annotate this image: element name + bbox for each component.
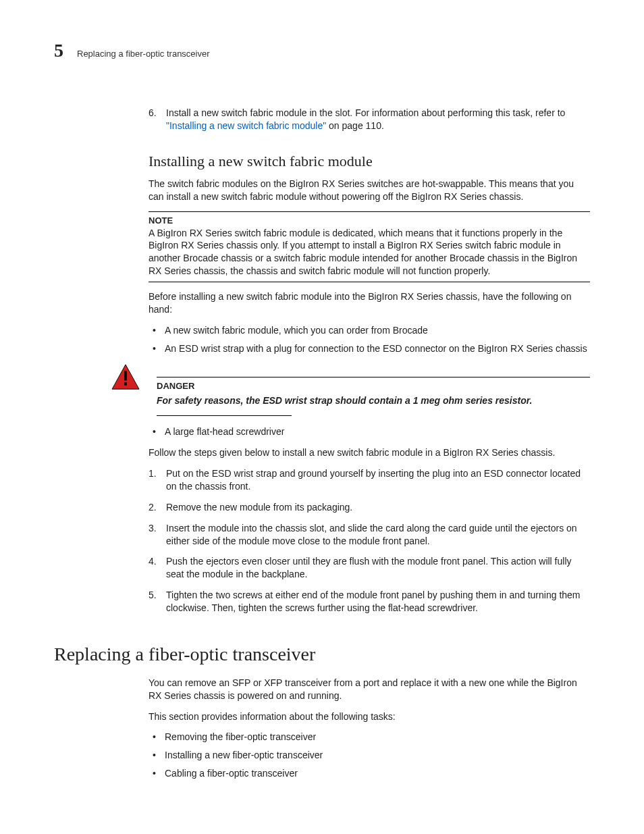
list-item: Installing a new fiber-optic transceiver	[149, 749, 590, 762]
step-item: Insert the module into the chassis slot,…	[149, 522, 590, 548]
post-bullets-list: A large flat-head screwdriver	[149, 425, 590, 438]
page: 5 Replacing a fiber-optic transceiver 6.…	[0, 0, 644, 834]
note-keyword: NOTE	[149, 215, 590, 227]
tasks-list: Removing the fiber-optic transceiver Ins…	[149, 731, 590, 780]
heading-install-module: Installing a new switch fabric module	[149, 151, 590, 172]
pre-bullets-list: A new switch fabric module, which you ca…	[149, 324, 590, 355]
step-number: 6.	[149, 107, 166, 120]
step-6-row: 6. Install a new switch fabric module in…	[149, 107, 590, 132]
step-item: Push the ejectors even closer until they…	[149, 555, 590, 581]
before-text: Before installing a new switch fabric mo…	[149, 290, 590, 316]
install-intro: The switch fabric modules on the BigIron…	[149, 178, 590, 203]
replace-content: You can remove an SFP or XFP transceiver…	[149, 677, 590, 780]
list-item: A new switch fabric module, which you ca…	[149, 324, 590, 337]
note-rule-bottom	[149, 282, 590, 282]
follow-text: Follow the steps given below to install …	[149, 446, 590, 459]
step-text-a: Install a new switch fabric module in th…	[166, 107, 565, 118]
tasks-intro: This section provides information about …	[149, 710, 590, 723]
list-item: Cabling a fiber-optic transceiver	[149, 767, 590, 780]
danger-text: For safety reasons, the ESD wrist strap …	[157, 394, 590, 411]
list-item: Removing the fiber-optic transceiver	[149, 731, 590, 744]
chapter-number: 5	[54, 38, 63, 63]
list-item: An ESD wrist strap with a plug for conne…	[149, 342, 590, 355]
main-content: 6. Install a new switch fabric module in…	[149, 107, 590, 615]
danger-rule-top	[157, 377, 590, 377]
heading-replace-transceiver: Replacing a fiber-optic transceiver	[54, 642, 590, 667]
svg-rect-1	[124, 371, 127, 381]
step-text: Install a new switch fabric module in th…	[166, 107, 590, 132]
page-header: 5 Replacing a fiber-optic transceiver	[54, 38, 590, 63]
step-item: Remove the new module from its packaging…	[149, 501, 590, 514]
step-text-b: on page 110.	[326, 120, 384, 131]
step-item: Tighten the two screws at either end of …	[149, 589, 590, 615]
running-head-title: Replacing a fiber-optic transceiver	[77, 48, 210, 60]
list-item: A large flat-head screwdriver	[149, 425, 590, 438]
step-item: Put on the ESD wrist strap and ground yo…	[149, 467, 590, 493]
cross-ref-link[interactable]: "Installing a new switch fabric module"	[166, 120, 326, 131]
note-text: A BigIron RX Series switch fabric module…	[149, 227, 590, 278]
danger-triangle-icon	[111, 363, 140, 394]
install-steps: Put on the ESD wrist strap and ground yo…	[149, 467, 590, 615]
danger-keyword: DANGER	[157, 380, 590, 392]
svg-rect-2	[124, 382, 127, 386]
danger-block: DANGER For safety reasons, the ESD wrist…	[111, 363, 590, 416]
note-block: NOTE A BigIron RX Series switch fabric m…	[149, 212, 590, 282]
replace-intro: You can remove an SFP or XFP transceiver…	[149, 677, 590, 702]
danger-rule-bottom	[157, 415, 292, 416]
danger-body: DANGER For safety reasons, the ESD wrist…	[157, 363, 590, 416]
